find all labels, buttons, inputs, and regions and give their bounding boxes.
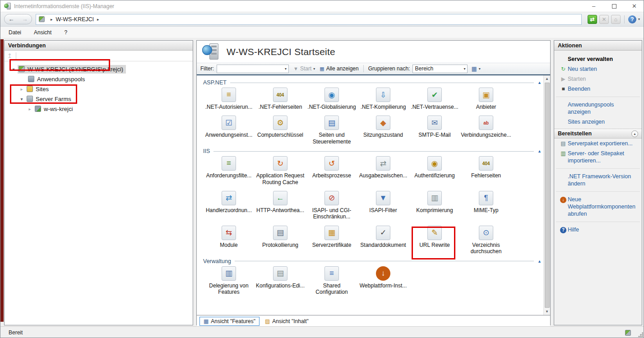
action-change-framework[interactable]: .NET Framework-Version ändern [554,171,642,189]
feature-item[interactable]: ≡ .NET-Autorisierun... [204,88,254,110]
view-style-button[interactable]: ▦ ▾ [471,65,480,72]
action-show-sites[interactable]: Sites anzeigen [554,117,642,127]
feature-label: Anforderungsfilte... [206,172,252,179]
close-button[interactable]: ✕ [624,0,644,12]
feature-item[interactable]: ▣ Anbieter [461,88,511,110]
feature-item[interactable]: ✔ .NET-Vertrauense... [409,88,460,110]
feature-item[interactable]: 404 .NET-Fehlerseiten [255,88,306,110]
feature-item[interactable]: ⇄ Handlerzuordnun... [204,191,254,220]
help-dropdown-caret-icon[interactable]: ▾ [638,17,640,21]
feature-item[interactable]: ← HTTP-Antworthea... [255,191,306,220]
feature-item[interactable]: ¶ MIME-Typ [461,191,511,220]
feature-item[interactable]: ≡ Shared Configuration [306,266,357,296]
refresh-sync-button[interactable]: ⇄ [588,15,597,24]
collapse-section-icon[interactable]: ▲ [537,80,542,85]
chevron-right-icon[interactable]: ▸ [19,87,24,92]
feature-item[interactable]: ↺ Arbeitsprozesse [306,156,357,185]
scrollbar-thumb[interactable] [545,83,550,308]
scroll-up-icon[interactable]: ▲ [544,75,550,82]
filter-start-button[interactable]: ▼ Start ▾ [293,65,315,72]
chevron-down-icon[interactable]: ▾ [19,97,24,102]
feature-item[interactable]: ▥ Komprimierung [409,191,460,220]
action-restart[interactable]: ↻ Neu starten [554,64,642,74]
feature-item[interactable]: ◆ Sitzungszustand [358,116,408,145]
toolbar-separator [16,52,16,60]
collapse-section-icon[interactable]: ▲ [537,259,542,264]
feature-item[interactable]: ▥ Delegierung von Features [204,266,254,296]
forward-button[interactable]: → [22,16,28,22]
action-label: Starten [568,75,586,83]
home-button[interactable]: ⌂ [611,15,621,24]
feature-section-title: Verwaltung [203,258,231,264]
page-header: W-WS-KREJCI Startseite [197,41,550,63]
feature-label: Verzeichnis durchsuchen [461,242,511,255]
feature-item[interactable]: ▤ Protokollierung [255,226,306,255]
feature-item[interactable]: ⇆ Module [204,226,254,255]
tree-item-sites[interactable]: ▸ Sites [5,84,193,94]
feature-item[interactable]: ☑ Anwendungseinst... [204,116,254,145]
feature-item[interactable]: ▤ Seiten und Steuerelemente [306,116,357,145]
maximize-button[interactable] [604,0,624,12]
back-button[interactable]: ← [9,16,14,22]
stop-request-button[interactable]: ✕ [599,15,609,24]
action-help[interactable]: ? Hilfe [554,225,642,235]
feature-item[interactable]: ⊙ Verzeichnis durchsuchen [461,226,511,255]
feature-item[interactable]: ⇄ Ausgabezwischen... [358,156,408,185]
chevron-down-icon[interactable]: ▾ [11,67,16,72]
feature-item[interactable]: ✓ Standarddokument [358,226,408,255]
http-response-headers-icon: ← [273,191,287,205]
save-connection-icon[interactable]: ↥ [7,52,12,59]
action-show-app-pools[interactable]: Anwendungspools anzeigen [554,100,642,117]
feature-label: Computerschlüssel [257,132,303,138]
action-start[interactable]: ▶ Starten [554,74,642,84]
collapse-section-button[interactable]: ▲ [631,130,638,137]
collapse-section-icon[interactable]: ▲ [537,149,542,153]
arr-cache-icon: ↻ [273,156,287,171]
feature-item[interactable]: ▤ Konfigurations-Edi... [255,266,306,296]
feature-label: SMTP-E-Mail [418,132,450,138]
feature-item[interactable]: ⊘ ISAPI- und CGI-Einschränkun... [306,191,357,220]
filter-input[interactable]: ▾ [217,65,289,73]
feature-item[interactable]: ⇩ .NET-Kompilierung [358,88,408,110]
feature-item[interactable]: ≡ Anforderungsfilte... [204,156,254,185]
feature-label: Module [220,242,237,248]
tree-item-farm-node[interactable]: ▸ w-ws-krejci [5,104,193,114]
breadcrumb-item[interactable]: W-WS-KREJCI [56,16,94,23]
minimize-button[interactable]: – [584,0,604,12]
group-by-select[interactable]: Bereich ▾ [412,65,468,73]
action-import-package[interactable]: ▥ Server- oder Sitepaket importieren... [554,148,642,166]
feature-item[interactable]: ▼ ISAPI-Filter [358,191,408,220]
feature-label: Serverzertifikate [312,242,352,248]
tab-features-view[interactable]: ▦ Ansicht "Features" [199,317,259,326]
action-stop[interactable]: ■ Beenden [554,84,642,94]
feature-item[interactable]: ↻ Application Request Routing Cache [255,156,306,185]
feature-item[interactable]: 404 Fehlerseiten [461,156,511,185]
tree-item-server-farms[interactable]: ▾ Server Farms [5,94,193,104]
action-export-package[interactable]: ▤ Serverpaket exportieren... [554,139,642,148]
resize-grip[interactable] [638,332,643,337]
vertical-scrollbar[interactable]: ▲ ▼ [543,75,550,315]
tree-item-server[interactable]: ▾ W-WS-KREJCI (SYNERGIS\p.krejci) [5,64,193,74]
feature-item[interactable]: ◉ .NET-Globalisierung [306,88,357,110]
chevron-right-icon[interactable]: ▸ [27,106,32,111]
feature-item[interactable]: ▦ Serverzertifikate [306,226,357,255]
menu-file[interactable]: Datei [4,28,26,37]
menu-view[interactable]: Ansicht [29,28,56,37]
tree-item-app-pools[interactable]: Anwendungspools [5,74,193,84]
show-all-button[interactable]: ▦ Alle anzeigen [320,65,358,72]
help-button[interactable]: ? [628,15,636,23]
shared-configuration-icon: ≡ [324,266,339,281]
menu-help[interactable]: ? [60,28,72,37]
feature-item[interactable]: ab Verbindungszeiche... [461,116,511,145]
action-get-web-platform-components[interactable]: ↓ Neue Webplattformkomponenten abrufen [554,194,642,219]
toolbar-separator [624,15,625,23]
feature-item[interactable]: ✎ URL Rewrite [409,226,460,255]
feature-item[interactable]: ⚙ Computerschlüssel [255,116,306,145]
feature-item[interactable]: ✉ SMTP-E-Mail [409,116,460,145]
connections-title: Verbindungen [8,42,46,49]
scroll-down-icon[interactable]: ▼ [544,308,550,315]
feature-item[interactable]: ↓ Webplattform-Inst... [358,266,408,296]
breadcrumb[interactable]: ▸ W-WS-KREJCI ▸ [36,14,582,25]
tab-content-view[interactable]: ▨ Ansicht "Inhalt" [261,317,312,326]
feature-item[interactable]: ◉ Authentifizierung [409,156,460,185]
